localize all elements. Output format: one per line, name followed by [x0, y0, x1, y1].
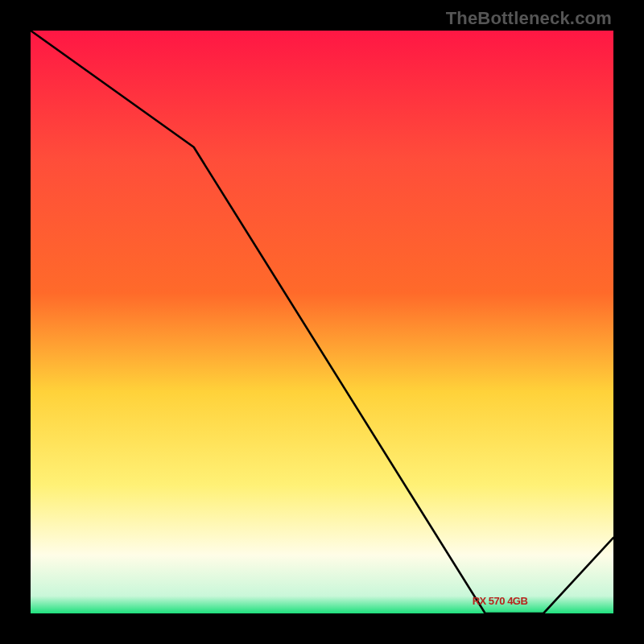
gradient-background: [31, 31, 613, 613]
plot-area: RX 570 4GB: [31, 31, 613, 613]
plot-svg: [31, 31, 613, 613]
watermark-text: TheBottleneck.com: [446, 8, 612, 29]
product-annotation: RX 570 4GB: [473, 595, 528, 607]
chart-container: TheBottleneck.com RX 570 4GB: [0, 0, 644, 644]
